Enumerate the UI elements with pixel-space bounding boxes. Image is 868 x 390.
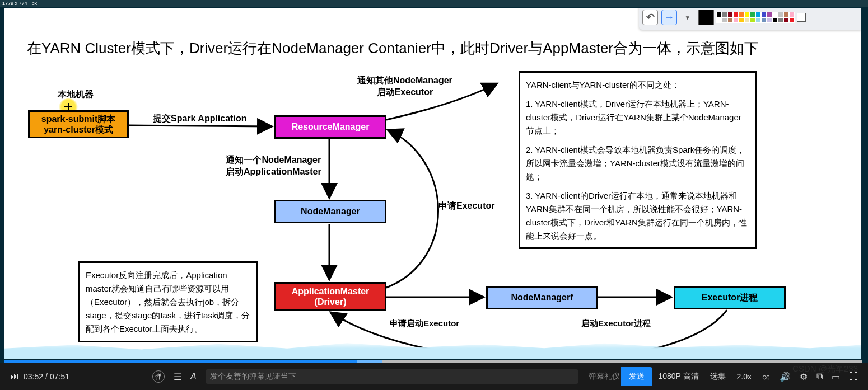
- time-current: 03:52: [24, 372, 43, 381]
- start-exec-proc-label: 启动Executor进程: [581, 318, 651, 329]
- swatch[interactable]: [750, 17, 755, 23]
- executor-proc-box: Executor进程: [674, 286, 786, 309]
- more-tools-button[interactable]: ▾: [680, 10, 695, 25]
- node-manager-f-box: NodeManagerf: [486, 286, 598, 309]
- speed-button[interactable]: 2.0x: [737, 372, 752, 381]
- swatch[interactable]: [750, 12, 755, 17]
- swatch[interactable]: [727, 17, 733, 23]
- node-manager-box: NodeManager: [274, 200, 386, 223]
- node-manager-f-text: NodeManagerf: [511, 292, 573, 303]
- arrow-right-icon: →: [664, 12, 674, 24]
- chevron-down-icon: ▾: [686, 14, 689, 21]
- time-sep: /: [45, 372, 48, 381]
- swatch[interactable]: [789, 12, 795, 17]
- color-swatches: [698, 10, 806, 25]
- local-machine-label: 本地机器: [58, 89, 94, 101]
- swatch[interactable]: [761, 12, 767, 17]
- req-start-exec-label: 申请启动Executor: [390, 318, 459, 329]
- executor-proc-text: Executor进程: [702, 292, 758, 303]
- undo-button[interactable]: ↶: [642, 10, 658, 25]
- snip-unit: px: [32, 1, 38, 6]
- video-player-bar: ⏭ 03:52 / 07:51 弹 ☰ A 发个友善的弹幕见证当下 弹幕礼仪 发…: [0, 363, 868, 390]
- subtitle-icon[interactable]: ㏄: [762, 371, 771, 383]
- danmu-toggle[interactable]: 弹: [152, 370, 165, 383]
- undo-icon: ↶: [646, 11, 655, 24]
- snip-dimensions: 1779 x 774: [2, 1, 27, 6]
- node-manager-text: NodeManager: [301, 206, 360, 217]
- notify-exec-label: 通知其他NodeManager 启动Executor: [357, 75, 452, 98]
- swatch[interactable]: [722, 17, 727, 23]
- danmu-settings-icon[interactable]: ☰: [174, 372, 181, 382]
- swatch[interactable]: [727, 12, 733, 17]
- swatch[interactable]: [783, 12, 789, 17]
- danmu-input[interactable]: 发个友善的弹幕见证当下: [206, 369, 579, 384]
- play-next-icon[interactable]: ⏭: [10, 372, 19, 382]
- swatch[interactable]: [778, 17, 783, 23]
- palette-grid[interactable]: [716, 12, 795, 23]
- compare-point-3: 3. YARN-client的Driver运行在本地，通常来说本地机器和YARN…: [526, 189, 749, 243]
- resource-manager-text: ResourceManager: [292, 121, 370, 132]
- primary-color-swatch[interactable]: [698, 10, 714, 25]
- episodes-button[interactable]: 选集: [710, 372, 726, 382]
- csdn-watermark: CSDN @光军233: [792, 364, 858, 374]
- swatch[interactable]: [778, 12, 783, 17]
- flow-note-text: Executor反向注册完成后，Application master就会知道自己…: [86, 270, 250, 333]
- swatch[interactable]: [744, 17, 750, 23]
- swatch[interactable]: [716, 12, 722, 17]
- volume-icon[interactable]: 🔊: [780, 372, 791, 382]
- swatch[interactable]: [761, 17, 767, 23]
- notify-am-label: 通知一个NodeManager 启动ApplicationMaster: [226, 154, 321, 178]
- swatch[interactable]: [744, 12, 750, 17]
- water-decoration: [4, 341, 861, 359]
- swatch[interactable]: [789, 17, 795, 23]
- compare-point-2: 2. YARN-client模式会导致本地机器负责Spark任务的调度，所以网卡…: [526, 143, 749, 184]
- swatch[interactable]: [767, 12, 772, 17]
- spark-submit-text: spark-submit脚本 yarn-cluster模式: [41, 114, 115, 135]
- swatch[interactable]: [739, 12, 744, 17]
- danmu-placeholder: 发个友善的弹幕见证当下: [210, 372, 296, 382]
- swatch[interactable]: [733, 17, 739, 23]
- application-master-text: ApplicationMaster (Driver): [292, 286, 370, 307]
- compare-point-1: 1. YARN-client模式，Driver运行在本地机器上；YARN-clu…: [526, 97, 749, 138]
- swatch[interactable]: [755, 17, 761, 23]
- resource-manager-box: ResourceManager: [274, 115, 386, 139]
- compare-title: YARN-client与YARN-cluster的不同之处：: [526, 78, 749, 92]
- swatch[interactable]: [772, 17, 778, 23]
- swatch[interactable]: [772, 12, 778, 17]
- swatch[interactable]: [755, 12, 761, 17]
- flow-note: Executor反向注册完成后，Application master就会知道自己…: [78, 261, 258, 342]
- swatch[interactable]: [783, 17, 789, 23]
- swatch[interactable]: [716, 17, 722, 23]
- custom-color-button[interactable]: [797, 13, 806, 22]
- swatch[interactable]: [722, 12, 727, 17]
- danmu-etiquette-link[interactable]: 弹幕礼仪: [589, 372, 620, 382]
- svg-line-0: [129, 125, 272, 126]
- swatch[interactable]: [739, 17, 744, 23]
- req-exec-label: 申请Executor: [438, 200, 494, 212]
- application-master-box: ApplicationMaster (Driver): [274, 282, 386, 311]
- compare-note: YARN-client与YARN-cluster的不同之处： 1. YARN-c…: [519, 71, 757, 249]
- spark-submit-box: spark-submit脚本 yarn-cluster模式: [28, 110, 129, 138]
- swatch[interactable]: [767, 17, 772, 23]
- time-duration: 07:51: [50, 372, 69, 381]
- page-title: 在YARN Cluster模式下，Driver运行在NodeManager Co…: [27, 39, 759, 58]
- send-label: 发送: [629, 372, 645, 382]
- quality-selector[interactable]: 1080P 高清: [658, 372, 698, 382]
- snip-dimensions-bar: 1779 x 774 px: [0, 0, 868, 7]
- arrow-tool-button[interactable]: →: [661, 10, 677, 25]
- font-style-icon[interactable]: A: [190, 372, 197, 382]
- submit-app-label: 提交Spark Application: [153, 113, 246, 125]
- content-viewport: ↶ → ▾ 在YARN Cluster模式下，Driver运行在NodeMana…: [4, 8, 861, 359]
- progress-played: [4, 360, 357, 363]
- send-button[interactable]: 发送: [621, 367, 652, 386]
- swatch[interactable]: [733, 12, 739, 17]
- markup-toolbox[interactable]: ↶ → ▾: [639, 8, 861, 30]
